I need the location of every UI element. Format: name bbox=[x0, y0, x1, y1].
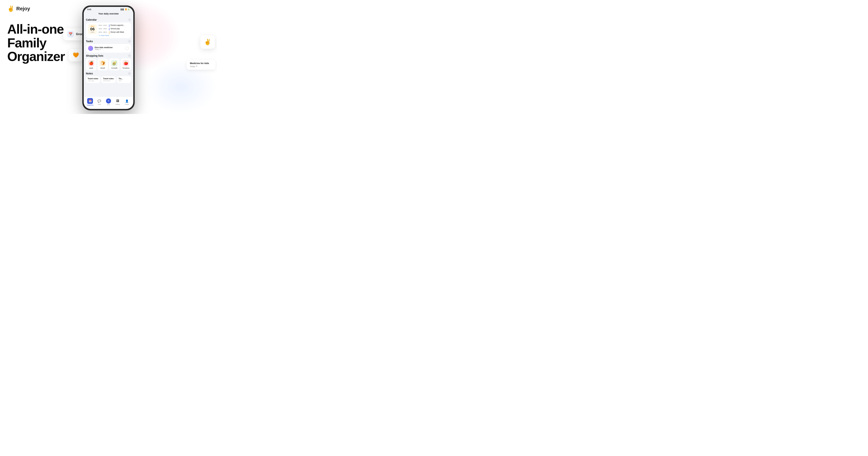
task-name: Give kids medicine bbox=[95, 46, 124, 49]
heart-card: 🧡 bbox=[69, 49, 83, 61]
shopping-item-bread[interactable]: 🍞 Bread bbox=[97, 58, 108, 70]
note-card-2[interactable]: Travel notes 22/07/2022 bbox=[101, 76, 116, 83]
app-scroll[interactable]: Calendar → Wed 06 June 8AM - 9AM Doctors… bbox=[84, 17, 133, 103]
cal-event-row-2: 3PM - 4PM School play bbox=[98, 28, 129, 30]
tomatoes-label: Tomatoes bbox=[122, 67, 129, 69]
status-icons: ▌▌▌ 📶 🔋 bbox=[121, 8, 130, 10]
nav-gallery[interactable]: 🖼 Gallery bbox=[113, 99, 122, 105]
shopping-item-avocado[interactable]: 🥑 Avocado bbox=[109, 58, 120, 70]
notes-section-title: Notes bbox=[86, 72, 93, 75]
nav-label-organiser: Organiser bbox=[87, 104, 94, 106]
cal-time-1: 8AM - 9AM bbox=[98, 24, 108, 26]
cal-bar-1 bbox=[109, 24, 110, 27]
cal-event-name-1: Doctors appoint... bbox=[111, 24, 125, 26]
nav-organiser[interactable]: 📅 Organiser bbox=[86, 98, 95, 106]
logo-icon: ✌️ bbox=[7, 6, 14, 11]
tasks-section-title: Tasks bbox=[86, 40, 93, 43]
tasks-section-header: Tasks → bbox=[86, 39, 131, 43]
calendar-date-box: Wed 06 June bbox=[88, 24, 97, 34]
cal-time-2: 3PM - 4PM bbox=[98, 28, 108, 30]
tomatoes-bg: 🍅 bbox=[123, 60, 129, 66]
nav-profile[interactable]: 👤 Profile bbox=[122, 99, 131, 105]
cal-event-name-3: Dinner with Mark bbox=[111, 31, 124, 33]
avocado-bg: 🥑 bbox=[111, 60, 118, 66]
medicine-sub: Today ↻ bbox=[190, 65, 212, 67]
tasks-arrow[interactable]: → bbox=[128, 39, 131, 43]
signal-icon: ▌▌▌ bbox=[121, 8, 124, 10]
heart-emoji: 🧡 bbox=[73, 52, 79, 58]
phone-mockup: 9:41 ▌▌▌ 📶 🔋 Your daily overview Calenda… bbox=[82, 5, 135, 110]
medicine-card-right: Medicine for kids Today ↻ bbox=[187, 60, 216, 70]
note-date-1: 2 min ago bbox=[88, 80, 98, 82]
avocado-label: Avocado bbox=[111, 67, 118, 69]
shopping-grid: 🍎 Apple 🍞 Bread 🥑 Avocado 🍅 Tomatoes bbox=[86, 58, 131, 70]
phone-outer: 9:41 ▌▌▌ 📶 🔋 Your daily overview Calenda… bbox=[82, 5, 135, 110]
peace-emoji-right: ✌️ bbox=[204, 39, 211, 45]
cal-events: 8AM - 9AM Doctors appoint... 3PM - 4PM S… bbox=[98, 24, 129, 36]
organiser-icon: 📅 bbox=[87, 98, 93, 104]
calendar-section-title: Calendar bbox=[86, 18, 97, 21]
cal-event-row-1: 8AM - 9AM Doctors appoint... bbox=[98, 24, 129, 27]
note-title-3: Tra... bbox=[119, 78, 129, 80]
apple-bg: 🍎 bbox=[88, 60, 94, 66]
phone-inner: 9:41 ▌▌▌ 📶 🔋 Your daily overview Calenda… bbox=[84, 7, 133, 109]
battery-icon: 🔋 bbox=[128, 8, 130, 10]
calendar-section-header: Calendar → bbox=[86, 18, 131, 21]
peace-card-right: ✌️ bbox=[200, 35, 215, 49]
cal-bar-3 bbox=[109, 31, 110, 34]
notes-row: Travel notes 2 min ago Travel notes 22/0… bbox=[86, 76, 131, 83]
notes-arrow[interactable]: → bbox=[128, 72, 131, 75]
nav-label-chat: Chat bbox=[98, 104, 101, 105]
gallery-icon: 🖼 bbox=[116, 99, 120, 103]
nav-label-new: New bbox=[107, 104, 110, 106]
wifi-icon: 📶 bbox=[125, 8, 127, 10]
bread-label: Bread bbox=[100, 67, 105, 69]
shopping-item-apple[interactable]: 🍎 Apple bbox=[86, 58, 96, 70]
task-sub: Today ↻ bbox=[95, 49, 124, 50]
cal-more-events[interactable]: +1 more event bbox=[98, 34, 129, 36]
task-info: Give kids medicine Today ↻ bbox=[95, 46, 124, 50]
apple-label: Apple bbox=[89, 67, 93, 69]
calendar-arrow[interactable]: → bbox=[128, 18, 131, 21]
profile-icon: 👤 bbox=[125, 99, 129, 103]
app-header-title: Your daily overview bbox=[98, 12, 119, 15]
new-plus-icon: + bbox=[106, 98, 111, 104]
cal-time-3: 6PM - 9PM bbox=[98, 31, 108, 33]
note-title-2: Travel notes bbox=[103, 78, 114, 80]
task-avatar bbox=[88, 46, 93, 51]
cal-bar-2 bbox=[109, 28, 110, 30]
task-checkbox[interactable] bbox=[126, 47, 129, 50]
chat-icon: 💬 bbox=[97, 99, 101, 103]
bread-bg: 🍞 bbox=[99, 60, 106, 66]
logo-area: ✌️ Rejoy bbox=[7, 6, 83, 11]
nav-label-profile: Profile bbox=[125, 104, 129, 105]
notes-section-header: Notes → bbox=[86, 72, 131, 75]
status-bar: 9:41 ▌▌▌ 📶 🔋 bbox=[84, 7, 133, 11]
note-card-3[interactable]: Tra... 22/0... bbox=[117, 76, 131, 83]
nav-label-gallery: Gallery bbox=[115, 104, 120, 105]
calendar-card: Wed 06 June 8AM - 9AM Doctors appoint...… bbox=[86, 23, 131, 38]
nav-chat[interactable]: 💬 Chat bbox=[95, 99, 104, 105]
cal-event-name-2: School play bbox=[111, 28, 120, 30]
brand-name: Rejoy bbox=[16, 6, 30, 11]
nav-new[interactable]: + New bbox=[104, 98, 113, 106]
note-card-1[interactable]: Travel notes 2 min ago bbox=[86, 76, 100, 83]
tasks-card: Give kids medicine Today ↻ bbox=[86, 44, 131, 53]
medicine-title: Medicine for kids bbox=[190, 62, 212, 65]
grocery-calendar-icon: 📅 bbox=[67, 31, 74, 37]
shopping-arrow[interactable]: → bbox=[128, 54, 131, 57]
cal-event-row-3: 6PM - 9PM Dinner with Mark bbox=[98, 31, 129, 34]
status-time: 9:41 bbox=[87, 8, 91, 10]
note-date-2: 22/07/2022 bbox=[103, 80, 114, 82]
shopping-section-title: Shopping lists bbox=[86, 54, 103, 57]
bottom-nav: 📅 Organiser 💬 Chat + New 🖼 Gallery bbox=[84, 96, 133, 109]
shopping-section-header: Shopping lists → bbox=[86, 54, 131, 57]
cal-day-num: 06 bbox=[90, 27, 95, 31]
app-header: Your daily overview bbox=[84, 11, 133, 17]
note-title-1: Travel notes bbox=[88, 78, 98, 80]
note-date-3: 22/0... bbox=[119, 80, 129, 82]
shopping-item-tomatoes[interactable]: 🍅 Tomatoes bbox=[121, 58, 131, 70]
cal-month: June bbox=[90, 31, 95, 33]
